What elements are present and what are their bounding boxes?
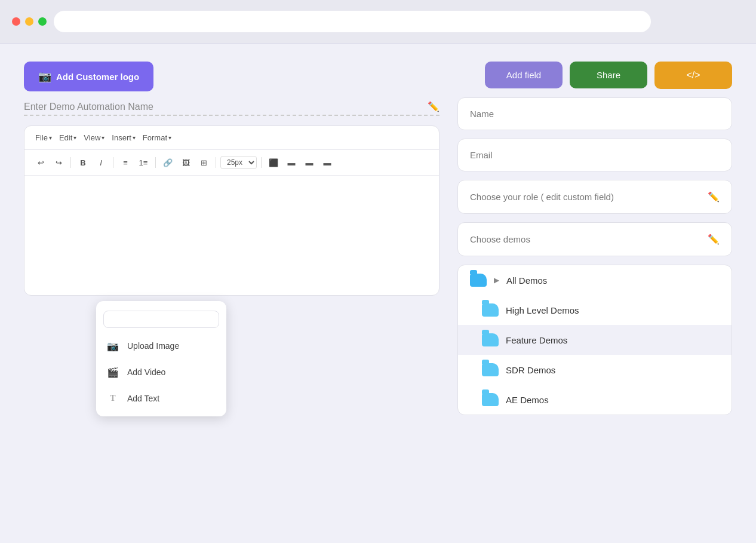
traffic-lights <box>12 17 47 26</box>
all-demos-chevron: ▶ <box>494 276 499 284</box>
ae-folder-icon <box>482 393 499 406</box>
divider-1 <box>70 157 71 168</box>
maximize-button[interactable] <box>38 17 47 26</box>
camera-upload-icon: 📷 <box>106 339 120 353</box>
ae-demos-label: AE Demos <box>506 395 549 405</box>
high-level-folder-icon <box>482 303 499 317</box>
align-right-button[interactable]: ▬ <box>302 155 317 170</box>
feature-folder-icon <box>482 333 499 346</box>
upload-image-item[interactable]: 📷 Upload Image <box>96 333 226 359</box>
choose-demos-field: Choose demos ✏️ <box>457 222 732 256</box>
add-field-button[interactable]: Add field <box>485 62 563 88</box>
sdr-demos-item[interactable]: SDR Demos <box>458 355 732 385</box>
camera-icon: 📷 <box>38 70 51 83</box>
italic-button[interactable]: I <box>93 155 109 170</box>
demos-tree: ▶ All Demos High Level Demos Feature Dem… <box>457 265 732 415</box>
divider-3 <box>155 157 156 168</box>
left-column: 📷 Add Customer logo Enter Demo Automatio… <box>24 62 440 415</box>
format-chevron: ▾ <box>168 134 171 141</box>
add-video-label: Add Video <box>127 367 165 377</box>
add-field-label: Add field <box>506 70 541 80</box>
email-field: Email <box>457 139 732 171</box>
high-level-demos-item[interactable]: High Level Demos <box>458 295 732 325</box>
align-left-button[interactable]: ⬛ <box>266 155 281 170</box>
dropdown-search-input[interactable] <box>103 311 219 328</box>
add-logo-label: Add Customer logo <box>56 72 139 82</box>
link-button[interactable]: 🔗 <box>160 155 176 170</box>
choose-demos-edit-icon[interactable]: ✏️ <box>708 234 720 245</box>
align-center-button[interactable]: ▬ <box>284 155 299 170</box>
menu-file[interactable]: File ▾ <box>33 132 54 143</box>
all-demos-folder-icon <box>470 274 487 287</box>
add-video-item[interactable]: 🎬 Add Video <box>96 359 226 385</box>
share-button[interactable]: Share <box>570 62 647 88</box>
code-label: </> <box>686 70 700 81</box>
redo-button[interactable]: ↪ <box>51 155 66 170</box>
right-top-actions: Add field Share </> <box>457 62 732 89</box>
insert-dropdown: 📷 Upload Image 🎬 Add Video T Add Text <box>96 301 226 416</box>
demo-name-edit-icon[interactable]: ✏️ <box>428 101 440 112</box>
share-label: Share <box>597 70 620 80</box>
page-content: 📷 Add Customer logo Enter Demo Automatio… <box>0 44 756 433</box>
view-chevron: ▾ <box>102 134 105 141</box>
font-size-select[interactable]: 25px <box>220 156 257 169</box>
url-bar[interactable] <box>54 11 651 32</box>
bold-button[interactable]: B <box>75 155 91 170</box>
role-field: Choose your role ( edit custom field) ✏️ <box>457 180 732 214</box>
titlebar <box>0 0 756 44</box>
feature-demos-label: Feature Demos <box>506 335 567 345</box>
upload-image-label: Upload Image <box>127 341 179 351</box>
choose-demos-label: Choose demos <box>470 234 530 244</box>
role-field-edit-icon[interactable]: ✏️ <box>708 191 720 203</box>
ordered-list-button[interactable]: 1≡ <box>136 155 151 170</box>
name-field-label: Name <box>470 109 494 119</box>
text-icon: T <box>106 391 120 406</box>
add-logo-button[interactable]: 📷 Add Customer logo <box>24 62 153 91</box>
close-button[interactable] <box>12 17 20 26</box>
add-text-label: Add Text <box>127 394 159 403</box>
all-demos-item[interactable]: ▶ All Demos <box>458 265 732 295</box>
menu-format[interactable]: Format ▾ <box>140 132 174 143</box>
name-field: Name <box>457 97 732 130</box>
align-justify-button[interactable]: ▬ <box>319 155 335 170</box>
edit-chevron: ▾ <box>73 134 76 141</box>
editor-menubar: File ▾ Edit ▾ View ▾ Insert ▾ Format ▾ <box>24 126 439 150</box>
ae-demos-item[interactable]: AE Demos <box>458 385 732 415</box>
video-icon: 🎬 <box>106 365 120 379</box>
demo-name-row: Enter Demo Automation Name ✏️ <box>24 101 440 116</box>
minimize-button[interactable] <box>25 17 33 26</box>
insert-chevron: ▾ <box>133 134 136 141</box>
editor-body[interactable]: 📷 Upload Image 🎬 Add Video T Add Text <box>24 176 439 295</box>
divider-4 <box>216 157 216 168</box>
add-text-item[interactable]: T Add Text <box>96 385 226 412</box>
role-field-label: Choose your role ( edit custom field) <box>470 192 614 202</box>
all-demos-label: All Demos <box>506 275 547 286</box>
file-chevron: ▾ <box>49 134 52 141</box>
feature-demos-item[interactable]: Feature Demos <box>458 325 732 355</box>
editor-panel: File ▾ Edit ▾ View ▾ Insert ▾ Format ▾ <box>24 125 440 296</box>
high-level-demos-label: High Level Demos <box>506 305 579 315</box>
menu-edit[interactable]: Edit ▾ <box>57 132 79 143</box>
email-field-label: Email <box>470 150 493 160</box>
image-button[interactable]: 🖼 <box>178 155 193 170</box>
right-column: Add field Share </> Name Email Choose yo… <box>457 62 732 415</box>
demo-name-text: Enter Demo Automation Name <box>24 102 422 112</box>
menu-view[interactable]: View ▾ <box>81 132 107 143</box>
divider-5 <box>261 157 262 168</box>
code-button[interactable]: </> <box>654 62 732 89</box>
table-button[interactable]: ⊞ <box>196 155 211 170</box>
sdr-demos-label: SDR Demos <box>506 365 555 375</box>
undo-button[interactable]: ↩ <box>33 155 48 170</box>
editor-toolbar: ↩ ↪ B I ≡ 1≡ 🔗 🖼 ⊞ 25px ⬛ ▬ ▬ <box>24 150 439 176</box>
sdr-folder-icon <box>482 363 499 376</box>
menu-insert[interactable]: Insert ▾ <box>109 132 138 143</box>
divider-2 <box>113 157 113 168</box>
unordered-list-button[interactable]: ≡ <box>118 155 133 170</box>
